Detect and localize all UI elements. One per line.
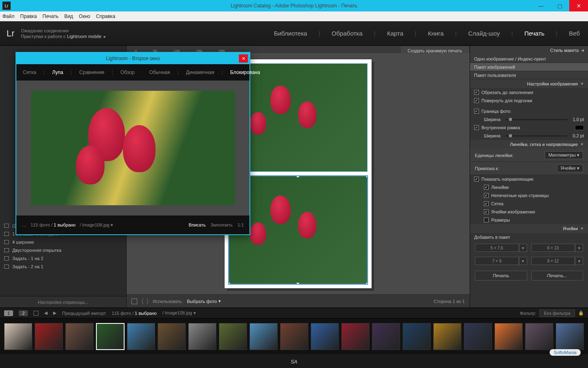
zoom-fill[interactable]: Заполнить [211, 222, 233, 227]
secwin-tab-Лупа[interactable]: Лупа [52, 70, 63, 75]
secwin-tab-Сравнение[interactable]: Сравнение [79, 70, 105, 75]
module-Обработка[interactable]: Обработка [330, 30, 364, 37]
rotate-fit-checkbox[interactable] [474, 98, 479, 103]
secwin-mode-Блокирована[interactable]: Блокирована [230, 70, 260, 75]
prev-icon[interactable]: ◀ [44, 310, 47, 316]
guide-checkbox[interactable] [484, 193, 489, 198]
selection-checkbox[interactable] [131, 298, 137, 304]
thumbnail[interactable] [65, 323, 94, 350]
ruler-units-dropdown[interactable]: Миллиметры ▾ [545, 151, 583, 159]
menu-Вид[interactable]: Вид [64, 13, 73, 19]
menu-Печать[interactable]: Печать [42, 13, 58, 19]
thumbnail[interactable] [433, 323, 461, 350]
second-window-close-button[interactable]: ✕ [239, 54, 248, 63]
secwin-mode-Обычная[interactable]: Обычная [149, 70, 170, 75]
module-Слайд-шоу[interactable]: Слайд-шоу [467, 30, 502, 37]
thumbnail[interactable] [96, 323, 125, 350]
cell-size-button[interactable]: 6 × 13 [531, 244, 575, 252]
thumbnail[interactable] [311, 323, 339, 350]
more-icon[interactable]: … [22, 222, 27, 227]
second-window-image-area[interactable] [16, 81, 249, 215]
next-page-icon[interactable]: ⟩ [146, 297, 149, 305]
guide-checkbox[interactable] [484, 201, 489, 206]
show-guides-checkbox[interactable] [474, 177, 479, 182]
menu-Справка[interactable]: Справка [96, 13, 115, 19]
thumbnail[interactable] [341, 323, 370, 350]
print-button[interactable]: Печать [475, 271, 527, 280]
thumbnail[interactable] [280, 323, 308, 350]
template-row[interactable]: 4 широкие [0, 238, 126, 246]
rulers-header[interactable]: Линейки, сетка и направляющие▼ [470, 140, 588, 149]
cell-size-dropdown[interactable]: ▾ [519, 257, 527, 265]
guide-checkbox[interactable] [484, 209, 489, 214]
layout-style-header[interactable]: Стиль макета◀ [470, 46, 588, 55]
zoom-fit[interactable]: Вписать [189, 222, 206, 227]
thumbnail[interactable] [4, 323, 32, 350]
menu-Окно[interactable]: Окно [79, 13, 90, 19]
maximize-button[interactable]: ▢ [550, 0, 569, 11]
guide-checkbox[interactable] [484, 218, 489, 222]
filmstrip[interactable] [0, 318, 588, 354]
cell-size-dropdown[interactable]: ▾ [575, 244, 583, 252]
inner-width-slider[interactable] [506, 135, 568, 137]
close-button[interactable]: ✕ [569, 0, 588, 11]
mobile-status[interactable]: Ожидание соединения Приступая к работе с… [21, 28, 107, 39]
cell-size-button[interactable]: 5 × 7,5 [475, 244, 519, 252]
cell-size-button[interactable]: 7 × 9 [475, 257, 519, 265]
thumbnail[interactable] [464, 323, 492, 350]
secwin-tab-Обзор[interactable]: Обзор [120, 70, 135, 75]
thumbnail[interactable] [127, 323, 155, 350]
template-row[interactable]: Задать - 1 на 2 [0, 254, 126, 263]
menu-Файл[interactable]: Файл [2, 13, 15, 19]
cell-size-dropdown[interactable]: ▾ [519, 244, 527, 252]
monitor-1-badge[interactable]: 1 [4, 310, 13, 316]
grid-icon[interactable] [33, 311, 38, 316]
page-setup-button[interactable]: Настройка страницы... [0, 296, 126, 307]
inner-stroke-checkbox[interactable] [474, 125, 479, 130]
crop-fill-checkbox[interactable] [474, 90, 479, 95]
cell-size-dropdown[interactable]: ▾ [575, 257, 583, 265]
module-Карта[interactable]: Карта [385, 30, 405, 37]
module-Библиотека[interactable]: Библиотека [272, 30, 309, 37]
thumbnail[interactable] [525, 323, 553, 350]
thumbnail[interactable] [219, 323, 247, 350]
current-file[interactable]: / Image108.jpg ▾ [163, 310, 196, 316]
second-window-titlebar[interactable]: Lightroom - Второе окно ✕ [16, 53, 249, 64]
photo-border-checkbox[interactable] [474, 109, 479, 114]
module-Печать[interactable]: Печать [523, 30, 546, 37]
filter-lock-icon[interactable]: 🔒 [578, 310, 584, 316]
snap-dropdown[interactable]: Ячейке ▾ [557, 164, 583, 172]
thumbnail[interactable] [35, 323, 63, 350]
thumbnail[interactable] [249, 323, 278, 350]
module-Веб[interactable]: Веб [567, 30, 581, 37]
minimize-button[interactable]: — [532, 0, 550, 11]
zoom-1to1[interactable]: 1:1 [238, 222, 244, 227]
use-dropdown[interactable]: Выбрать фото ▾ [187, 298, 221, 304]
guide-checkbox[interactable] [484, 185, 489, 190]
second-window-file[interactable]: / Image108.jpg ▾ [80, 222, 113, 228]
thumbnail[interactable] [494, 323, 523, 350]
thumbnail[interactable] [372, 323, 400, 350]
thumbnail[interactable] [403, 323, 431, 350]
thumbnail[interactable] [188, 323, 216, 350]
thumbnail[interactable] [158, 323, 186, 350]
border-width-slider[interactable] [506, 119, 568, 120]
prev-page-icon[interactable]: ⟨ [141, 297, 144, 305]
template-row[interactable]: Двусторонняя открытка [0, 246, 126, 254]
stroke-color-swatch[interactable] [575, 125, 584, 130]
module-Книга[interactable]: Книга [426, 30, 445, 37]
thumbnail[interactable] [556, 323, 584, 350]
cells-header[interactable]: Ячейки▼ [470, 224, 588, 233]
layout-style-option[interactable]: Пакет изображений [470, 63, 588, 71]
secwin-tab-Сетка[interactable]: Сетка [23, 70, 36, 75]
next-icon[interactable]: ▶ [53, 310, 56, 316]
source-label[interactable]: Предыдущий импорт [62, 311, 106, 316]
menu-Правка[interactable]: Правка [20, 13, 37, 19]
monitor-2-badge[interactable]: 2 [19, 310, 28, 316]
template-row[interactable]: Задать - 2 на 1 [0, 263, 126, 271]
print-dialog-button[interactable]: Печать... [531, 271, 584, 280]
filter-dropdown[interactable]: Без фильтра [539, 310, 575, 317]
layout-style-option[interactable]: Пакет пользователя [470, 71, 588, 79]
image-settings-header[interactable]: Настройки изображения▼ [470, 79, 588, 88]
layout-style-option[interactable]: Одно изображение / Индекс-принт [470, 55, 588, 63]
